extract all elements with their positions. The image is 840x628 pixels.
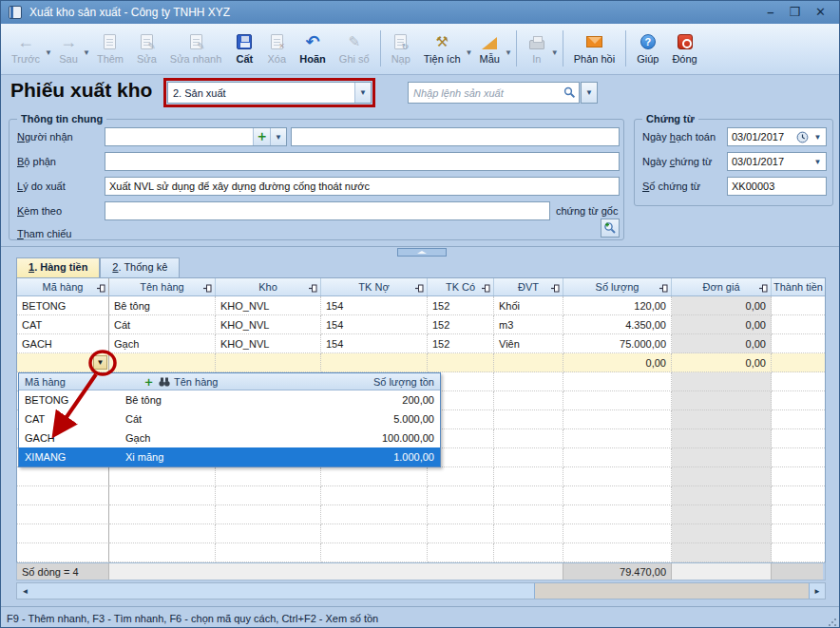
chevron-down-icon[interactable]: ▼ (810, 153, 826, 170)
tab-hang-tien[interactable]: 1. Hàng tiền (16, 257, 100, 277)
toolbar-button-xoa[interactable]: Xóa (260, 27, 293, 70)
chevron-down-icon[interactable]: ▼ (505, 48, 512, 57)
add-receiver-icon[interactable]: ＋ (253, 128, 270, 145)
cell-tk-no[interactable]: 154 (321, 334, 428, 353)
scroll-right-icon[interactable]: ► (809, 583, 825, 599)
column-header-tk-no[interactable]: TK Nợ (321, 278, 428, 295)
cell-tk-no[interactable] (321, 353, 428, 372)
cell-ten-hang[interactable] (109, 353, 216, 372)
cell-tk-co[interactable]: 152 (428, 296, 494, 315)
cell-ten-hang[interactable]: Bê tông (109, 296, 216, 315)
cell-don-gia[interactable]: 0,00 (672, 296, 772, 315)
scrollbar-thumb[interactable] (33, 583, 535, 599)
chevron-down-icon[interactable]: ▼ (551, 48, 559, 57)
cell-thanh-tien[interactable] (772, 334, 825, 353)
export-reason-input[interactable] (105, 178, 619, 195)
cell-ten-hang[interactable]: Gạch (109, 334, 216, 353)
attachment-input[interactable] (105, 202, 549, 219)
chevron-down-icon[interactable]: ▼ (354, 83, 371, 103)
cell-so-luong[interactable]: 0,00 (563, 353, 672, 372)
chevron-down-icon[interactable]: ▼ (45, 48, 52, 57)
cell-tk-no[interactable]: 154 (321, 296, 428, 315)
cell-kho[interactable]: KHO_NVL (216, 315, 321, 334)
pin-icon[interactable] (203, 284, 212, 293)
toolbar-button-tien-ich[interactable]: ⚒ Tiện ích (417, 27, 468, 70)
search-input[interactable] (409, 87, 561, 99)
cell-ma-hang[interactable]: BETONG (17, 296, 109, 315)
cell-ma-hang-editor[interactable]: ▼ (17, 353, 109, 372)
close-button[interactable]: ✕ (815, 6, 826, 19)
department-field[interactable] (105, 152, 620, 171)
pin-icon[interactable] (551, 284, 560, 293)
department-input[interactable] (105, 153, 619, 170)
cell-tk-co[interactable] (428, 353, 494, 372)
pin-icon[interactable] (659, 284, 668, 293)
receiver-combo[interactable]: ＋ ▼ (105, 127, 287, 146)
pin-icon[interactable] (415, 284, 424, 293)
column-header-thanh-tien[interactable]: Thành tiền (772, 278, 825, 295)
pin-icon[interactable] (759, 284, 768, 293)
cell-don-gia[interactable]: 0,00 (672, 353, 772, 372)
cell-so-luong[interactable]: 4.350,00 (563, 315, 672, 334)
receiver-name-field[interactable] (291, 127, 620, 146)
maximize-button[interactable]: ❒ (789, 6, 800, 19)
column-header-ma-hang[interactable]: Mã hàng (17, 278, 109, 295)
scroll-left-icon[interactable]: ◄ (17, 583, 33, 599)
chevron-down-icon[interactable]: ▼ (270, 128, 286, 145)
cell-dvt[interactable]: Khối (494, 296, 563, 315)
picker-item-cat[interactable]: CATCát5.000,00 (19, 409, 440, 428)
cell-tk-no[interactable]: 154 (321, 315, 428, 334)
toolbar-button-hoan[interactable]: ↶ Hoãn (293, 27, 333, 70)
item-dropdown-button[interactable]: ▼ (93, 355, 107, 370)
toolbar-button-sau[interactable]: → Sau (52, 27, 85, 70)
column-header-tk-co[interactable]: TK Có (428, 278, 494, 295)
cell-kho[interactable]: KHO_NVL (216, 296, 321, 315)
picker-item-gach[interactable]: GACHGạch100.000,00 (19, 428, 440, 447)
voucher-type-combo[interactable]: 2. Sản xuất ▼ (167, 82, 372, 104)
column-header-kho[interactable]: Kho (216, 278, 321, 295)
binoculars-icon[interactable] (159, 377, 170, 387)
cell-ma-hang[interactable]: GACH (17, 334, 109, 353)
document-number-input[interactable] (728, 178, 826, 195)
splitter-grip[interactable] (397, 248, 447, 257)
cell-kho[interactable]: KHO_NVL (216, 334, 321, 353)
toolbar-button-phan-hoi[interactable]: Phản hồi (567, 27, 621, 70)
cell-so-luong[interactable]: 75.000,00 (563, 334, 672, 353)
cell-ten-hang[interactable]: Cát (109, 315, 216, 334)
clock-icon[interactable] (796, 131, 810, 143)
toolbar-button-them[interactable]: Thêm (90, 27, 130, 70)
chevron-down-icon[interactable]: ▼ (83, 48, 90, 57)
cell-don-gia[interactable]: 0,00 (672, 315, 772, 334)
picker-item-betong[interactable]: BETONGBê tông200,00 (19, 390, 440, 409)
table-row[interactable]: BETONG Bê tông KHO_NVL 154 152 Khối 120,… (17, 296, 825, 315)
cell-thanh-tien[interactable] (772, 296, 825, 315)
column-header-so-luong[interactable]: Số lượng (563, 278, 672, 295)
picker-item-ximang-selected[interactable]: XIMANGXi măng1.000,00 (19, 447, 440, 466)
cell-ma-hang[interactable]: CAT (17, 315, 109, 334)
column-header-don-gia[interactable]: Đơn giá (672, 278, 772, 295)
attachment-field[interactable] (105, 201, 550, 220)
table-row[interactable]: GACH Gạch KHO_NVL 154 152 Viên 75.000,00… (17, 334, 825, 353)
toolbar-button-sua[interactable]: Sửa (130, 27, 163, 70)
toolbar-button-giup[interactable]: ? Giúp (630, 27, 665, 70)
cell-so-luong[interactable]: 120,00 (563, 296, 672, 315)
posting-date-picker[interactable]: 03/01/2017 ▼ (727, 127, 827, 146)
chevron-down-icon[interactable]: ▼ (466, 48, 473, 57)
toolbar-button-truoc[interactable]: ← Trước (5, 27, 47, 70)
add-item-icon[interactable]: ＋ (143, 373, 155, 390)
cell-dvt[interactable]: Viên (494, 334, 563, 353)
horizontal-scrollbar[interactable]: ◄ ► (16, 582, 826, 599)
receiver-name-input[interactable] (292, 128, 619, 145)
search-options-dropdown[interactable]: ▼ (581, 82, 598, 104)
cell-tk-co[interactable]: 152 (428, 315, 494, 334)
minimize-button[interactable]: – (767, 6, 773, 19)
column-header-ten-hang[interactable]: Tên hàng (109, 278, 216, 295)
chevron-down-icon[interactable]: ▼ (810, 128, 826, 145)
column-header-dvt[interactable]: ĐVT (494, 278, 563, 295)
document-date-picker[interactable]: 03/01/2017 ▼ (727, 152, 827, 171)
toolbar-button-in[interactable]: In (521, 27, 553, 70)
cell-dvt[interactable] (494, 353, 563, 372)
export-reason-field[interactable] (105, 177, 620, 196)
toolbar-button-mau[interactable]: Mẫu (472, 27, 506, 70)
tab-thong-ke[interactable]: 2. Thống kê (100, 257, 180, 277)
